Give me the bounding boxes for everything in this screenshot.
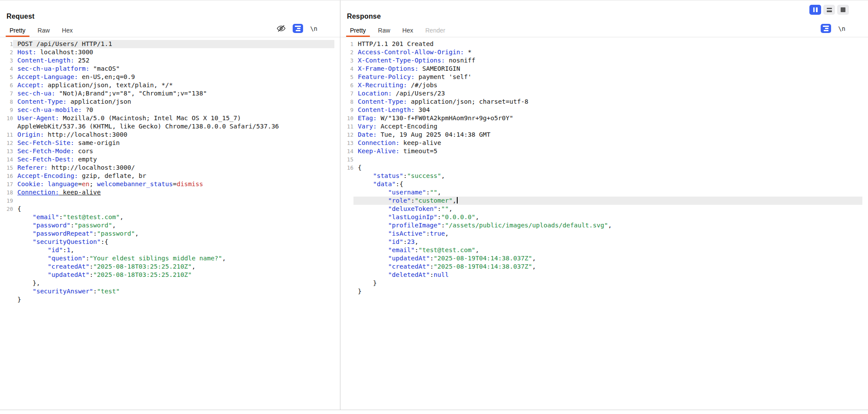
layout-rows-button[interactable] xyxy=(823,5,835,15)
layout-single-button[interactable] xyxy=(837,5,849,15)
line-number xyxy=(0,213,13,221)
prettify-toggle-icon[interactable] xyxy=(293,24,303,33)
code-segment: "createdAt" xyxy=(388,263,430,270)
response-editor[interactable]: 1HTTP/1.1 201 Created2Access-Control-All… xyxy=(340,37,868,296)
code-line[interactable]: 4X-Frame-Options: SAMEORIGIN xyxy=(340,65,868,73)
code-line[interactable]: "updatedAt":"2025-08-18T03:25:25.210Z" xyxy=(0,271,340,279)
response-tab-raw[interactable]: Raw xyxy=(372,23,396,37)
code-line[interactable]: 3Content-Length: 252 xyxy=(0,56,340,65)
code-line[interactable]: "securityAnswer":"test" xyxy=(0,287,340,296)
code-line[interactable]: 5Accept-Language: en-US,en;q=0.9 xyxy=(0,73,340,81)
code-segment: : xyxy=(430,263,434,270)
code-line[interactable]: 15 xyxy=(340,155,868,164)
code-line[interactable]: "data":{ xyxy=(340,180,868,188)
code-line[interactable]: "createdAt":"2025-08-19T04:14:38.037Z", xyxy=(340,263,868,271)
code-line[interactable]: 10User-Agent: Mozilla/5.0 (Macintosh; In… xyxy=(0,114,340,122)
code-line[interactable]: 19 xyxy=(0,197,340,205)
code-line[interactable]: 2Host: localhost:3000 xyxy=(0,48,340,56)
line-number xyxy=(0,238,13,246)
code-line[interactable]: 5Feature-Policy: payment 'self' xyxy=(340,73,868,81)
line-number xyxy=(340,246,353,254)
code-segment: "securityAnswer" xyxy=(33,288,93,295)
response-tab-hex[interactable]: Hex xyxy=(396,23,419,37)
code-line[interactable]: "deluxeToken":"", xyxy=(340,205,868,213)
code-segment: POST /api/Users/ HTTP/1.1 xyxy=(17,40,112,47)
code-line[interactable]: 15Referer: http://localhost:3000/ xyxy=(0,164,340,172)
code-line[interactable]: } xyxy=(340,287,868,296)
code-line[interactable]: 8Content-Type: application/json xyxy=(0,98,340,106)
code-line[interactable]: 11Origin: http://localhost:3000 xyxy=(0,131,340,139)
code-line[interactable]: 7sec-ch-ua: "Not)A;Brand";v="8", "Chromi… xyxy=(0,89,340,98)
request-editor[interactable]: 1POST /api/Users/ HTTP/1.12Host: localho… xyxy=(0,37,340,304)
code-text: "isActive":true, xyxy=(353,230,862,238)
code-line[interactable]: 18Connection: keep-alive xyxy=(0,188,340,197)
code-line[interactable]: } xyxy=(340,279,868,287)
code-line[interactable]: AppleWebKit/537.36 (KHTML, like Gecko) C… xyxy=(0,122,340,131)
code-line[interactable]: 3X-Content-Type-Options: nosniff xyxy=(340,56,868,65)
code-line[interactable]: 7Location: /api/Users/23 xyxy=(340,89,868,98)
code-line[interactable]: 17Cookie: language=en; welcomebanner_sta… xyxy=(0,180,340,188)
code-line[interactable]: "password":"password", xyxy=(0,221,340,230)
code-line[interactable]: "id":23, xyxy=(340,238,868,246)
code-line[interactable]: 6Accept: application/json, text/plain, *… xyxy=(0,81,340,89)
code-line[interactable]: 14Keep-Alive: timeout=5 xyxy=(340,147,868,155)
request-tab-raw[interactable]: Raw xyxy=(32,23,56,37)
request-tab-hex[interactable]: Hex xyxy=(56,23,79,37)
code-line[interactable]: "updatedAt":"2025-08-19T04:14:38.037Z", xyxy=(340,254,868,263)
code-line[interactable]: 12Sec-Fetch-Site: same-origin xyxy=(0,139,340,147)
code-line[interactable]: "securityQuestion":{ xyxy=(0,238,340,246)
code-line[interactable]: } xyxy=(0,296,340,304)
line-number xyxy=(340,221,353,230)
code-line[interactable]: "isActive":true, xyxy=(340,230,868,238)
code-line[interactable]: "email":"test@test.com", xyxy=(0,213,340,221)
layout-columns-button[interactable] xyxy=(809,5,821,15)
code-segment xyxy=(358,246,388,253)
prettify-toggle-icon[interactable] xyxy=(821,24,831,33)
line-number xyxy=(0,122,13,131)
code-line[interactable]: 16Accept-Encoding: gzip, deflate, br xyxy=(0,172,340,180)
code-line[interactable]: "question":"Your eldest siblings middle … xyxy=(0,254,340,263)
code-line[interactable]: "username":"", xyxy=(340,188,868,197)
code-line[interactable]: "email":"test@test.com", xyxy=(340,246,868,254)
code-text: "id":1, xyxy=(13,246,334,254)
code-line[interactable]: 1HTTP/1.1 201 Created xyxy=(340,40,868,48)
menu-icon[interactable] xyxy=(852,26,859,31)
code-line[interactable]: "createdAt":"2025-08-18T03:25:25.210Z", xyxy=(0,263,340,271)
code-line[interactable]: 14Sec-Fetch-Dest: empty xyxy=(0,155,340,164)
code-line[interactable]: 1POST /api/Users/ HTTP/1.1 xyxy=(0,40,340,48)
code-line[interactable]: "role":"customer", xyxy=(340,197,868,205)
code-line[interactable]: 11Vary: Accept-Encoding xyxy=(340,122,868,131)
code-line[interactable]: "lastLoginIp":"0.0.0.0", xyxy=(340,213,868,221)
hide-eye-icon[interactable] xyxy=(277,24,286,33)
menu-icon[interactable] xyxy=(324,26,331,31)
code-line[interactable]: 9Content-Length: 304 xyxy=(340,106,868,114)
code-line[interactable]: 8Content-Type: application/json; charset… xyxy=(340,98,868,106)
code-segment: : xyxy=(403,238,407,245)
code-line[interactable]: 4sec-ch-ua-platform: "macOS" xyxy=(0,65,340,73)
code-line[interactable]: 13Sec-Fetch-Mode: cors xyxy=(0,147,340,155)
code-line[interactable]: 20{ xyxy=(0,205,340,213)
code-line[interactable]: 16{ xyxy=(340,164,868,172)
code-line[interactable]: "id":1, xyxy=(0,246,340,254)
code-line[interactable]: "profileImage":"/assets/public/images/up… xyxy=(340,221,868,230)
newline-toggle-icon[interactable]: \n xyxy=(310,25,317,32)
code-line[interactable]: }, xyxy=(0,279,340,287)
code-line[interactable]: 13Connection: keep-alive xyxy=(340,139,868,147)
line-number xyxy=(340,188,353,197)
code-segment xyxy=(17,288,33,295)
code-line[interactable]: "passwordRepeat":"password", xyxy=(0,230,340,238)
code-line[interactable]: "deletedAt":null xyxy=(340,271,868,279)
response-tab-pretty[interactable]: Pretty xyxy=(344,23,372,37)
code-segment: Location: xyxy=(358,90,392,97)
code-line[interactable]: 10ETag: W/"130-f+FW0tA2kpmHAom9nr+9g+o5r… xyxy=(340,114,868,122)
code-line[interactable]: 9sec-ch-ua-mobile: ?0 xyxy=(0,106,340,114)
code-segment: , xyxy=(475,246,479,253)
code-line[interactable]: "status":"success", xyxy=(340,172,868,180)
request-tab-pretty[interactable]: Pretty xyxy=(3,23,32,37)
code-line[interactable]: 6X-Recruiting: /#/jobs xyxy=(340,81,868,89)
line-number: 3 xyxy=(0,56,13,65)
code-line[interactable]: 12Date: Tue, 19 Aug 2025 04:14:38 GMT xyxy=(340,131,868,139)
newline-toggle-icon[interactable]: \n xyxy=(838,25,845,32)
code-segment: "" xyxy=(441,205,449,212)
code-line[interactable]: 2Access-Control-Allow-Origin: * xyxy=(340,48,868,56)
